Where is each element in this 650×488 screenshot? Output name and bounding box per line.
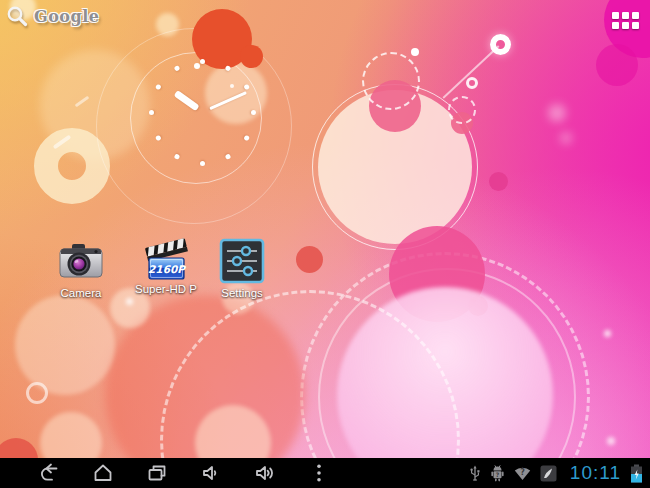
back-button[interactable] bbox=[34, 461, 64, 485]
volume-up-icon bbox=[253, 461, 277, 485]
home-button[interactable] bbox=[88, 461, 118, 485]
volume-up-button[interactable] bbox=[250, 461, 280, 485]
app-label: Camera bbox=[33, 287, 129, 299]
svg-text:?: ? bbox=[520, 467, 525, 476]
nav-buttons bbox=[0, 461, 334, 485]
app-grid-icon bbox=[612, 12, 619, 19]
google-logo: Google bbox=[34, 7, 99, 26]
menu-overflow-button[interactable] bbox=[304, 461, 334, 485]
wifi-unknown-icon: ? bbox=[514, 466, 531, 481]
camera-icon bbox=[57, 238, 105, 286]
system-navbar: ? ? 10:11 bbox=[0, 458, 650, 488]
all-apps-button[interactable] bbox=[609, 9, 642, 32]
clock-hour-hand bbox=[173, 90, 199, 111]
status-clock: 10:11 bbox=[570, 462, 621, 484]
app-label: Settings bbox=[194, 287, 290, 299]
icon-text-2160p: 2160P bbox=[148, 263, 186, 275]
clapperboard-icon: 2160P bbox=[142, 234, 190, 282]
status-area[interactable]: ? ? 10:11 bbox=[469, 462, 650, 484]
sd-card-icon bbox=[540, 465, 557, 482]
usb-debugging-icon: ? bbox=[490, 465, 505, 482]
analog-clock-widget[interactable] bbox=[142, 52, 262, 172]
back-icon bbox=[37, 461, 61, 485]
volume-down-button[interactable] bbox=[196, 461, 226, 485]
shortcut-settings[interactable]: Settings bbox=[194, 238, 290, 299]
battery-charging-icon bbox=[630, 464, 643, 483]
home-icon bbox=[91, 461, 115, 485]
usb-icon bbox=[469, 465, 481, 482]
sliders-icon bbox=[218, 238, 266, 286]
recents-icon bbox=[145, 461, 169, 485]
recents-button[interactable] bbox=[142, 461, 172, 485]
svg-text:?: ? bbox=[496, 470, 500, 477]
clock-minute-hand bbox=[209, 91, 247, 110]
search-icon bbox=[6, 5, 28, 27]
volume-down-icon bbox=[199, 461, 223, 485]
menu-overflow-icon bbox=[307, 461, 331, 485]
shortcut-camera[interactable]: Camera bbox=[33, 238, 129, 299]
google-search-widget[interactable]: Google bbox=[6, 5, 99, 27]
home-screen[interactable]: Google bbox=[0, 0, 650, 488]
